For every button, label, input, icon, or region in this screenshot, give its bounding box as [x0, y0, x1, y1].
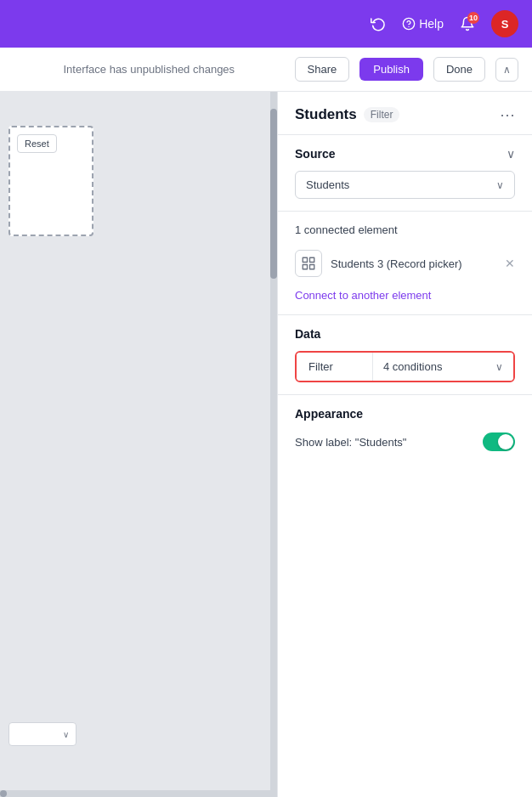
panel-header: Students Filter ⋯ [278, 92, 532, 135]
toggle-thumb [498, 434, 513, 449]
connected-count: 1 connected element [295, 223, 515, 236]
main-content: Reset ∨ Students Filter ⋯ Source ∨ Stude… [0, 92, 532, 797]
share-button[interactable]: Share [295, 57, 350, 82]
svg-rect-2 [303, 257, 307, 262]
dropdown-arrow-icon: ∨ [63, 730, 69, 739]
source-value: Students [306, 178, 349, 191]
appearance-section: Appearance Show label: "Students" [278, 395, 532, 463]
data-title: Data [295, 327, 515, 341]
help-label: Help [419, 17, 444, 31]
connected-item-name: Students 3 (Record picker) [331, 257, 496, 270]
source-dropdown[interactable]: Students ∨ [295, 171, 515, 199]
notification-badge: 10 [467, 12, 479, 24]
source-title: Source [295, 147, 335, 161]
svg-rect-4 [303, 265, 307, 269]
data-section: Data Filter 4 conditions ∨ [278, 315, 532, 395]
show-label-toggle[interactable] [483, 432, 515, 451]
svg-rect-3 [310, 257, 314, 262]
canvas-area: Reset ∨ [0, 92, 277, 797]
appearance-row: Show label: "Students" [295, 432, 515, 451]
publish-button[interactable]: Publish [359, 58, 423, 81]
panel-title: Students [295, 106, 357, 123]
unpublished-status: Interface has unpublished changes [14, 63, 285, 76]
source-arrow-icon: ∨ [496, 179, 504, 191]
sub-header: Interface has unpublished changes Share … [0, 48, 532, 92]
source-section: Source ∨ Students ∨ [278, 135, 532, 212]
filter-row[interactable]: Filter 4 conditions ∨ [295, 351, 515, 382]
filter-conditions[interactable]: 4 conditions ∨ [373, 353, 513, 381]
show-label-text: Show label: "Students" [295, 436, 406, 449]
reset-button[interactable]: Reset [17, 134, 57, 153]
collapse-button[interactable]: ∧ [495, 58, 518, 82]
filter-badge[interactable]: Filter [364, 107, 400, 122]
top-bar: Help 10 S [0, 0, 532, 48]
scrollbar-bottom-thumb[interactable] [0, 790, 7, 797]
record-picker-icon [295, 250, 322, 277]
source-chevron-icon: ∨ [507, 147, 515, 161]
connect-another-link[interactable]: Connect to another element [295, 289, 431, 302]
canvas-widget: Reset [8, 126, 93, 236]
history-icon[interactable] [365, 10, 392, 37]
notification-bell[interactable]: 10 [454, 10, 481, 37]
canvas-dropdown[interactable]: ∨ [8, 722, 76, 746]
connected-section: 1 connected element Students 3 (Record p… [278, 212, 532, 315]
appearance-title: Appearance [295, 407, 515, 421]
connected-close-icon[interactable]: ✕ [505, 257, 515, 270]
filter-value-text: 4 conditions [383, 360, 442, 373]
done-button[interactable]: Done [433, 57, 485, 82]
horizontal-scrollbar[interactable] [0, 790, 277, 797]
vertical-scrollbar[interactable] [270, 92, 277, 797]
svg-rect-5 [310, 265, 314, 269]
right-panel: Students Filter ⋯ Source ∨ Students ∨ 1 … [277, 92, 532, 797]
source-section-header[interactable]: Source ∨ [295, 147, 515, 161]
scrollbar-thumb[interactable] [270, 109, 277, 279]
avatar[interactable]: S [491, 10, 518, 37]
filter-arrow-icon: ∨ [495, 361, 503, 373]
connected-item: Students 3 (Record picker) ✕ [295, 246, 515, 280]
filter-label: Filter [297, 353, 373, 381]
help-button[interactable]: Help [402, 17, 444, 31]
panel-menu-icon[interactable]: ⋯ [500, 105, 515, 124]
